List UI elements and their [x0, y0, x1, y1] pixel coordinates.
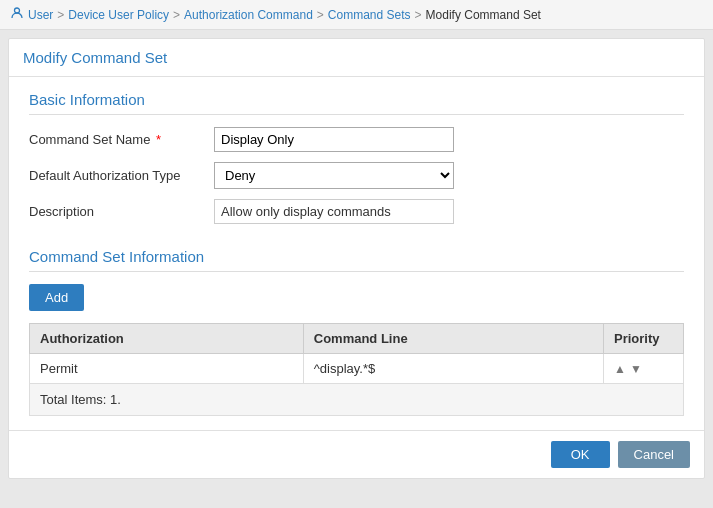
cell-command-line: ^display.*$ [303, 354, 603, 384]
default-auth-type-wrapper: Deny Permit [214, 162, 454, 189]
command-set-name-input[interactable] [214, 127, 454, 152]
page-title: Modify Command Set [23, 49, 690, 66]
col-command-line: Command Line [303, 324, 603, 354]
total-items: Total Items: 1. [29, 384, 684, 416]
breadcrumb-command-sets[interactable]: Command Sets [328, 8, 411, 22]
col-priority: Priority [604, 324, 684, 354]
table-row: Permit ^display.*$ ▲ ▼ [30, 354, 684, 384]
ok-button[interactable]: OK [551, 441, 610, 468]
description-row: Description Allow only display commands [29, 199, 684, 224]
add-button[interactable]: Add [29, 284, 84, 311]
breadcrumb-modify-command-set: Modify Command Set [426, 8, 541, 22]
breadcrumb-user[interactable]: User [28, 8, 53, 22]
cmd-section-title: Command Set Information [29, 248, 684, 272]
breadcrumb-authorization-command[interactable]: Authorization Command [184, 8, 313, 22]
default-auth-type-label: Default Authorization Type [29, 168, 214, 183]
basic-information-section: Basic Information Command Set Name * Def… [9, 77, 704, 248]
cell-authorization: Permit [30, 354, 304, 384]
cell-priority: ▲ ▼ [604, 354, 684, 384]
priority-up-arrow[interactable]: ▲ [614, 362, 626, 376]
main-card: Modify Command Set Basic Information Com… [8, 38, 705, 479]
command-set-name-field-wrapper [214, 127, 454, 152]
footer-bar: OK Cancel [9, 431, 704, 478]
command-set-name-label: Command Set Name [29, 132, 150, 147]
command-table: Authorization Command Line Priority Perm… [29, 323, 684, 384]
svg-point-0 [15, 8, 20, 13]
breadcrumb-device-user-policy[interactable]: Device User Policy [68, 8, 169, 22]
command-set-name-row: Command Set Name * [29, 127, 684, 152]
page-title-bar: Modify Command Set [9, 39, 704, 77]
user-icon [10, 6, 24, 23]
default-auth-type-row: Default Authorization Type Deny Permit [29, 162, 684, 189]
priority-down-arrow[interactable]: ▼ [630, 362, 642, 376]
default-auth-type-select[interactable]: Deny Permit [214, 162, 454, 189]
breadcrumb: User > Device User Policy > Authorizatio… [0, 0, 713, 30]
cancel-button[interactable]: Cancel [618, 441, 690, 468]
command-set-info-section: Command Set Information Add Authorizatio… [9, 248, 704, 431]
required-marker: * [156, 132, 161, 147]
col-authorization: Authorization [30, 324, 304, 354]
basic-info-title: Basic Information [29, 91, 684, 115]
description-label: Description [29, 204, 214, 219]
description-value: Allow only display commands [214, 199, 454, 224]
